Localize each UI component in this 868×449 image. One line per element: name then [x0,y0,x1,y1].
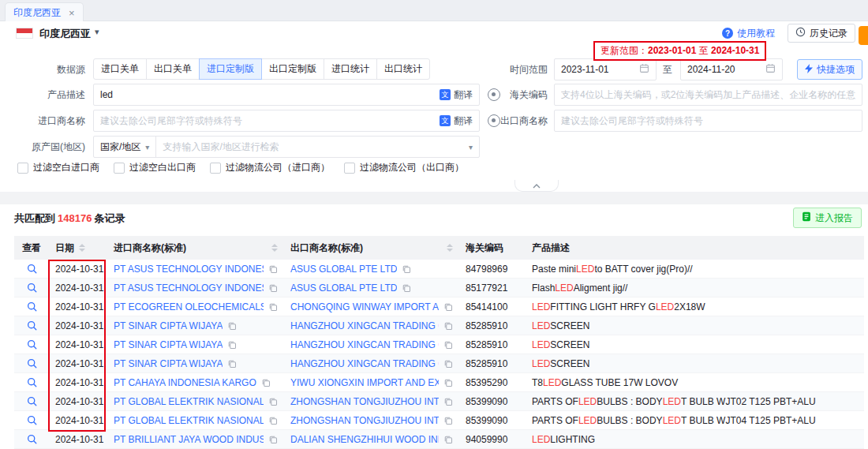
importer-link[interactable]: PT ECOGREEN OLEOCHEMICALS [114,301,264,312]
importer-link[interactable]: PT BRILLIANT JAYA WOOD INDUSTRY [114,434,264,445]
filter-checkbox-1[interactable]: 过滤空白出口商 [114,161,196,174]
chevron-down-icon: ▾ [145,143,149,152]
checkbox-icon[interactable] [17,163,28,174]
copy-icon[interactable] [402,283,411,293]
copy-icon[interactable] [268,397,278,406]
exporter-link[interactable]: HANGZHOU XINGCAN TRADING CO LTD [290,358,439,369]
exporter-link[interactable]: HANGZHOU XINGCAN TRADING CO LTD [290,339,439,350]
copy-icon[interactable] [227,359,237,369]
chevron-down-icon[interactable]: ▾ [469,143,473,152]
match-count: 148176 [55,212,94,224]
exporter-link[interactable]: ASUS GLOBAL PTE LTD [290,282,397,294]
collapse-panel-button[interactable] [514,180,559,192]
magnifier-icon[interactable] [27,415,37,425]
importer-cell: PT CAHAYA INDONESIA KARGO [107,373,284,391]
checkbox-icon[interactable] [344,163,355,174]
exporter-link[interactable]: ASUS GLOBAL PTE LTD [290,264,397,275]
magnifier-icon[interactable] [27,301,37,312]
importer-link[interactable]: PT ASUS TECHNOLOGY INDONESIA BA... [114,282,264,294]
copy-icon[interactable] [261,378,271,387]
orange-widget[interactable] [859,26,868,45]
exporter-link[interactable]: YIWU XIONGXIN IMPORT AND EXPORT... [290,377,439,388]
importer-link[interactable]: PT GLOBAL ELEKTRIK NASIONAL [114,415,264,426]
checkbox-icon[interactable] [114,163,125,174]
copy-icon[interactable] [227,321,237,331]
magnifier-icon[interactable] [27,320,37,331]
copy-icon[interactable] [443,340,453,350]
tutorial-link[interactable]: ? 使用教程 [722,27,775,40]
end-date-input[interactable]: 2024-11-20 [680,58,783,80]
chevron-down-icon[interactable]: ▾ [95,27,99,37]
quick-options-button[interactable]: 快捷选项 [797,59,862,80]
copy-icon[interactable] [268,283,278,293]
source-tab-2[interactable]: 进口定制版 [199,58,262,80]
exporter-link[interactable]: CHONGQING WINWAY IMPORT AND E... [290,301,439,312]
source-tab-1[interactable]: 出口关单 [146,58,200,80]
importer-name-input[interactable] [100,115,435,126]
column-header-3[interactable]: 出口商名称(标准) [284,236,459,260]
translate-button[interactable]: 文 翻译 [440,88,473,102]
filter-checkbox-2[interactable]: 过滤物流公司（进口商） [210,161,330,174]
column-header-1[interactable]: 日期 [49,236,107,260]
source-tab-0[interactable]: 进口关单 [93,58,147,80]
description-cell: Flash LED Aligment jig// [526,279,864,297]
copy-icon[interactable] [443,359,453,369]
importer-link[interactable]: PT ASUS TECHNOLOGY INDONESIA BA... [114,264,264,275]
magnifier-icon[interactable] [27,396,37,406]
source-tab-5[interactable]: 出口统计 [376,58,430,80]
sort-icon[interactable] [447,244,453,252]
magnifier-icon[interactable] [27,358,37,369]
source-tab-3[interactable]: 出口定制版 [261,58,324,80]
copy-icon[interactable] [268,302,278,312]
sort-icon[interactable] [79,244,85,252]
checkbox-icon[interactable] [210,163,221,174]
copy-icon[interactable] [443,435,453,444]
source-tab-4[interactable]: 进口统计 [324,58,377,80]
copy-icon[interactable] [443,302,453,312]
magnifier-icon[interactable] [27,434,37,444]
copy-icon[interactable] [443,378,453,387]
filter-checkboxes: 过滤空白进口商过滤空白出口商过滤物流公司（进口商）过滤物流公司（出口商） [17,161,464,174]
product-desc-input[interactable] [100,89,435,100]
importer-link[interactable]: PT SINAR CIPTA WIJAYA [114,358,223,369]
history-button[interactable]: 历史记录 [788,24,855,43]
column-header-2[interactable]: 进口商名称(标准) [107,236,284,260]
copy-icon[interactable] [443,321,453,331]
importer-link[interactable]: PT CAHAYA INDONESIA KARGO [114,377,256,388]
view-cell [14,411,49,429]
copy-icon[interactable] [402,264,411,274]
importer-link[interactable]: PT SINAR CIPTA WIJAYA [114,339,223,350]
importer-link[interactable]: PT GLOBAL ELEKTRIK NASIONAL [114,396,264,407]
tab-close-icon[interactable]: × [69,8,75,18]
copy-icon[interactable] [268,264,278,274]
sort-icon[interactable] [271,244,278,252]
filter-checkbox-3[interactable]: 过滤物流公司（出口商） [344,161,464,174]
background-strip [0,192,868,204]
exporter-link[interactable]: DALIAN SHENGZHIHUI WOOD INDUST... [290,434,439,445]
exporter-link[interactable]: HANGZHOU XINGCAN TRADING CO LTD [290,320,439,331]
copy-icon[interactable] [268,416,278,425]
copy-icon[interactable] [268,435,278,444]
magnifier-icon[interactable] [27,282,37,293]
exporter-link[interactable]: ZHONGSHAN TONGJIUZHOU INTERNA... [290,415,439,426]
results-table: 查看日期进口商名称(标准)出口商名称(标准)海关编码产品描述 2024-10-3… [14,236,864,449]
column-label: 进口商名称(标准) [114,241,186,255]
tab-indonesia[interactable]: 印度尼西亚 × [5,2,84,22]
exporter-name-input[interactable] [561,115,855,126]
origin-country-select[interactable]: 国家/地区 ▾ [94,137,156,157]
magnifier-icon[interactable] [27,339,37,350]
filter-checkbox-0[interactable]: 过滤空白进口商 [17,161,99,174]
start-date-input[interactable]: 2023-11-01 [554,58,657,80]
calendar-icon [639,63,649,76]
magnifier-icon[interactable] [27,377,37,387]
copy-icon[interactable] [443,397,453,406]
magnifier-icon[interactable] [27,264,37,274]
importer-link[interactable]: PT SINAR CIPTA WIJAYA [114,320,223,331]
translate-button[interactable]: 文 翻译 [440,114,473,128]
origin-country-input[interactable] [156,141,469,152]
copy-icon[interactable] [227,340,237,350]
copy-icon[interactable] [443,416,453,425]
customs-code-input[interactable] [561,89,855,100]
enter-report-button[interactable]: 进入报告 [793,208,862,228]
exporter-link[interactable]: ZHONGSHAN TONGJIUZHOU INTERNA... [290,396,439,407]
